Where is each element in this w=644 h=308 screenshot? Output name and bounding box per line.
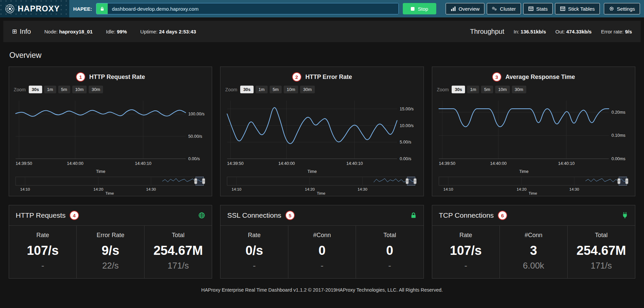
- nav-cluster-button[interactable]: Cluster: [487, 3, 521, 14]
- brand-title: HAPROXY: [18, 4, 60, 13]
- zoom-option-30s[interactable]: 30s: [452, 86, 465, 93]
- stat-label: Total: [147, 232, 209, 239]
- stat-label: #Conn: [502, 232, 564, 239]
- stat-col-rate: Rate 107/s -: [9, 226, 77, 278]
- svg-text:Time: Time: [105, 191, 114, 195]
- zoom-option-1m[interactable]: 1m: [467, 86, 479, 93]
- stat-panel-body: Rate 107/s - Error Rate 9/s 22/s Total 2…: [9, 226, 212, 278]
- node-info: Node: haproxy18_01: [44, 29, 92, 34]
- url-input[interactable]: [108, 3, 398, 14]
- svg-text:50.00/s: 50.00/s: [188, 134, 202, 139]
- chart-canvas: 14:39:5014:40:0014:40:100.20ms0.10ms0.00…: [436, 97, 632, 175]
- zoom-label: Zoom: [437, 87, 449, 92]
- stats-row: HTTP Requests 4 Rate 107/s - Error Rate …: [9, 205, 635, 279]
- info-toggle[interactable]: ⊞ Info: [12, 28, 31, 35]
- throughput-error-rate: Error rate: 9/s: [601, 29, 632, 34]
- stat-subvalue: -: [291, 261, 353, 271]
- hapee-label: HAPEE:: [73, 6, 92, 12]
- step-badge: 1: [76, 72, 85, 82]
- plug-icon: [622, 212, 628, 219]
- stat-panel-title: SSL Connections: [227, 211, 281, 219]
- zoom-option-1m[interactable]: 1m: [44, 86, 56, 93]
- zoom-option-30s[interactable]: 30s: [29, 86, 42, 93]
- svg-text:14:10: 14:10: [443, 187, 453, 191]
- zoom-controls: Zoom 30s 1m 5m 10m 30m: [12, 83, 208, 97]
- stat-value: 107/s: [12, 243, 74, 258]
- svg-text:14:40:10: 14:40:10: [558, 161, 574, 166]
- zoom-controls: Zoom 30s 1m 5m 10m 30m: [224, 83, 420, 97]
- zoom-option-10m[interactable]: 10m: [284, 86, 298, 93]
- footer-text: HAProxy Enterprise Real Time Dashboard v…: [9, 279, 635, 303]
- stat-panel-tcp-connections: TCP Connections 6 Rate 107/s - #Conn 3 6…: [432, 205, 635, 279]
- nav-cluster-label: Cluster: [500, 6, 516, 12]
- zoom-option-1m[interactable]: 1m: [256, 86, 268, 93]
- info-title-label: Info: [20, 28, 31, 35]
- step-badge: 4: [70, 211, 79, 220]
- info-bar: ⊞ Info Node: haproxy18_01 Idle: 99% Upti…: [3, 21, 641, 42]
- chart-navigator[interactable]: 14:1014:2014:30Time: [12, 176, 208, 196]
- chart-navigator[interactable]: 14:1014:2014:30Time: [224, 176, 420, 196]
- zoom-label: Zoom: [225, 87, 237, 92]
- stat-value: 9/s: [79, 243, 141, 258]
- settings-label: Settings: [617, 6, 635, 12]
- globe-icon: [198, 212, 205, 219]
- zoom-controls: Zoom 30s 1m 5m 10m 30m: [436, 83, 632, 97]
- stat-subvalue: 6.00k: [502, 261, 564, 271]
- zoom-option-30m[interactable]: 30m: [512, 86, 526, 93]
- throughput-in: In: 136.51kb/s: [514, 29, 546, 34]
- nav-overview-button[interactable]: Overview: [446, 3, 485, 14]
- chart-canvas: 14:39:5014:40:0014:40:10100.00/s50.00/s0…: [12, 97, 208, 175]
- throughput-info: Throughput In: 136.51kb/s Out: 474.33kb/…: [470, 28, 632, 35]
- stat-value: 254.67M: [147, 243, 209, 258]
- stat-label: Rate: [435, 232, 497, 239]
- svg-text:14:39:50: 14:39:50: [16, 161, 32, 166]
- brand: HAPROXY: [0, 0, 69, 17]
- svg-text:14:10: 14:10: [20, 187, 30, 191]
- stat-subvalue: 22/s: [79, 261, 141, 271]
- svg-text:14:20: 14:20: [305, 187, 315, 191]
- stat-panel-title: TCP Connections: [439, 211, 494, 219]
- svg-text:14:40:00: 14:40:00: [67, 161, 83, 166]
- stat-subvalue: -: [223, 261, 285, 271]
- svg-text:14:30: 14:30: [358, 187, 368, 191]
- stat-label: #Conn: [291, 232, 353, 239]
- nav-stick-tables-button[interactable]: Stick Tables: [555, 3, 600, 14]
- stat-panel-header: SSL Connections 5: [220, 205, 423, 226]
- svg-text:Time: Time: [529, 191, 537, 195]
- zoom-label: Zoom: [14, 87, 26, 92]
- settings-button[interactable]: Settings: [604, 3, 640, 14]
- gears-icon: [492, 6, 497, 11]
- step-badge: 3: [492, 72, 501, 82]
- zoom-option-30m[interactable]: 30m: [300, 86, 314, 93]
- stat-col-total: Total 254.67M 171/s: [145, 226, 212, 278]
- stat-label: Total: [359, 232, 421, 239]
- stat-col-total: Total 0 -: [356, 226, 423, 278]
- stop-button[interactable]: Stop: [403, 3, 436, 14]
- bar-chart-icon: [451, 6, 456, 11]
- stat-col-conn: #Conn 3 6.00k: [500, 226, 567, 278]
- stat-col-rate: Rate 107/s -: [432, 226, 500, 278]
- stat-col-total: Total 254.67M 171/s: [568, 226, 635, 278]
- chart-navigator[interactable]: 14:1014:2014:30Time: [436, 176, 632, 196]
- zoom-option-10m[interactable]: 10m: [495, 86, 510, 93]
- step-badge: 6: [498, 211, 507, 220]
- svg-text:14:39:50: 14:39:50: [227, 161, 244, 166]
- svg-text:10.00/s: 10.00/s: [400, 123, 414, 128]
- zoom-option-5m[interactable]: 5m: [58, 86, 70, 93]
- zoom-option-5m[interactable]: 5m: [481, 86, 493, 93]
- nav-stats-button[interactable]: Stats: [523, 3, 553, 14]
- zoom-option-5m[interactable]: 5m: [270, 86, 282, 93]
- expand-icon: ⊞: [12, 28, 17, 35]
- top-navbar: HAPROXY HAPEE: Stop Overview Cluster Sta…: [0, 0, 644, 17]
- throughput-out: Out: 474.33kb/s: [555, 29, 591, 34]
- zoom-option-30s[interactable]: 30s: [240, 86, 254, 93]
- zoom-option-10m[interactable]: 10m: [72, 86, 87, 93]
- nav-stick-tables-label: Stick Tables: [568, 6, 595, 12]
- zoom-option-30m[interactable]: 30m: [89, 86, 103, 93]
- svg-text:5.00/s: 5.00/s: [400, 140, 411, 144]
- stat-panel-title: HTTP Requests: [16, 211, 66, 219]
- stat-subvalue: 171/s: [570, 261, 632, 271]
- svg-text:14:40:10: 14:40:10: [135, 161, 151, 166]
- stat-label: Total: [570, 232, 632, 239]
- svg-text:14:39:50: 14:39:50: [439, 161, 455, 166]
